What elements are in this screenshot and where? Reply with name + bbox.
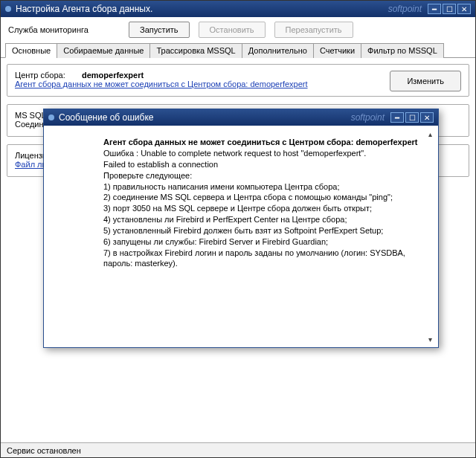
minimize-icon[interactable]: ━ [390, 112, 404, 123]
maximize-icon[interactable]: ☐ [405, 112, 419, 123]
close-icon[interactable]: ✕ [457, 4, 471, 14]
error-line: 7) в настройках Firebird логин и пароль … [103, 248, 422, 270]
tab-filter[interactable]: Фильтр по MSSQL [361, 43, 444, 58]
main-titlebar[interactable]: Настройка Агента сбора данных. softpoint… [1, 1, 475, 17]
main-title: Настройка Агента сбора данных. [16, 4, 388, 14]
error-dialog: Сообщение об ошибке softpoint ━ ☐ ✕ Аген… [43, 109, 439, 348]
close-icon[interactable]: ✕ [420, 112, 434, 123]
license-label: Лицензи [15, 151, 47, 160]
error-line: Failed to establish a connection [103, 159, 422, 170]
error-line: 2) соединение MS SQL сервера и Центра сб… [103, 192, 422, 203]
error-line: 6) запущены ли службы: Firebird Server и… [103, 236, 422, 248]
error-line: 1) правильность написания имени компьюте… [103, 181, 422, 193]
tab-trace[interactable]: Трассировка MSSQL [149, 43, 242, 58]
scroll-up-icon[interactable]: ▴ [425, 129, 435, 139]
minimize-icon[interactable]: ━ [428, 4, 441, 14]
error-line: 4) установлены ли Firebird и PerfExpert … [103, 214, 422, 225]
error-line: 5) установленный Firebird должен быть вз… [103, 225, 422, 236]
error-line: Проверьте следующее: [103, 170, 422, 181]
stop-button: Остановить [199, 22, 266, 38]
license-link[interactable]: Файл ли [15, 160, 47, 169]
app-icon [5, 6, 11, 12]
watermark: softpoint [351, 112, 385, 123]
maximize-icon[interactable]: ☐ [443, 4, 456, 14]
center-error-link[interactable]: Агент сбора данных не может соединиться … [15, 80, 308, 88]
error-body: Агент сбора данных не может соединиться … [44, 126, 438, 347]
tabs: Основные Собираемые данные Трассировка M… [1, 42, 475, 58]
service-label: Служба мониторинга [8, 25, 120, 34]
start-button[interactable]: Запустить [129, 22, 190, 38]
change-center-button[interactable]: Изменить [390, 71, 461, 91]
tab-main[interactable]: Основные [5, 43, 57, 58]
center-label: Центр сбора: [15, 71, 82, 80]
statusbar: Сервис остановлен [1, 442, 475, 457]
error-heading: Агент сбора данных не может соединиться … [103, 138, 422, 146]
center-groupbox: Центр сбора: demoperfexpert Агент сбора … [7, 64, 469, 97]
error-titlebar[interactable]: Сообщение об ошибке softpoint ━ ☐ ✕ [44, 109, 438, 126]
status-text: Сервис остановлен [7, 446, 81, 455]
service-toolbar: Служба мониторинга Запустить Остановить … [1, 17, 475, 42]
error-line: Ошибка : Unable to complete network requ… [103, 148, 422, 159]
scroll-down-icon[interactable]: ▾ [425, 334, 435, 344]
error-line: 3) порт 3050 на MS SQL сервере и Центре … [103, 203, 422, 214]
dialog-icon [48, 115, 54, 120]
tab-extra[interactable]: Дополнительно [242, 43, 314, 58]
tab-counters[interactable]: Счетчики [313, 43, 361, 58]
watermark: softpoint [388, 4, 422, 14]
center-value: demoperfexpert [82, 71, 144, 80]
error-title: Сообщение об ошибке [59, 112, 351, 123]
restart-button: Перезапустить [274, 22, 353, 38]
tab-collected[interactable]: Собираемые данные [57, 43, 150, 58]
